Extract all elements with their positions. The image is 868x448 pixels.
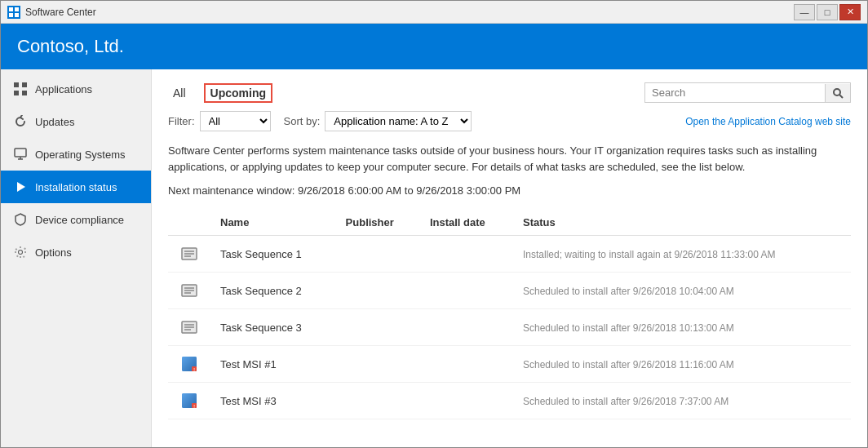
search-icon	[832, 87, 844, 99]
table-row: ! Test MSI #1 Scheduled to install after…	[168, 346, 851, 383]
sidebar-updates-label: Updates	[35, 116, 74, 128]
sort-label: Sort by:	[284, 115, 321, 127]
sidebar-applications-label: Applications	[35, 83, 92, 95]
row-install-date-cell	[420, 383, 513, 419]
maximize-button[interactable]: □	[817, 4, 838, 20]
task-icon	[178, 242, 201, 265]
table-row: Task Sequence 2 Scheduled to install aft…	[168, 273, 851, 309]
row-publisher-cell	[336, 383, 420, 419]
svg-rect-8	[15, 149, 26, 157]
svg-rect-5	[22, 82, 27, 87]
row-status-cell: Scheduled to install after 9/26/2018 10:…	[513, 309, 851, 346]
row-install-date-cell	[420, 273, 513, 309]
sidebar-item-device-compliance[interactable]: Device compliance	[1, 203, 151, 236]
col-name-header: Name	[210, 210, 336, 236]
app-icon	[7, 6, 20, 19]
row-publisher-cell	[336, 346, 420, 383]
header: Contoso, Ltd.	[1, 24, 867, 69]
title-bar: Software Center — □ ✕	[1, 1, 867, 24]
task-icon	[178, 279, 201, 302]
filter-row: Filter: All Required Optional Sort by: A…	[168, 111, 851, 131]
maintenance-window-text: Next maintenance window: 9/26/2018 6:00:…	[168, 184, 851, 197]
svg-rect-4	[14, 82, 19, 87]
row-publisher-cell	[336, 309, 420, 346]
grid-icon	[12, 81, 29, 97]
row-status-cell: Scheduled to install after 9/26/2018 11:…	[513, 346, 851, 383]
tab-all[interactable]: All	[168, 83, 191, 103]
main-content: All Upcoming Filter: All	[152, 69, 867, 447]
shield-icon	[12, 211, 29, 228]
filter-controls: Filter: All Required Optional Sort by: A…	[168, 111, 472, 131]
row-icon-cell: !	[168, 346, 210, 383]
row-icon-cell	[168, 236, 210, 273]
svg-rect-7	[22, 91, 27, 95]
task-table: Name Publisher Install date Status Task …	[168, 210, 851, 419]
info-text: Software Center performs system maintena…	[168, 143, 837, 175]
sidebar-item-operating-systems[interactable]: Operating Systems	[1, 138, 151, 171]
minimize-button[interactable]: —	[794, 4, 815, 20]
sidebar-os-label: Operating Systems	[35, 149, 126, 161]
task-icon	[178, 316, 201, 339]
search-box	[644, 82, 851, 103]
row-status-cell: Scheduled to install after 9/26/2018 10:…	[513, 273, 851, 309]
row-publisher-cell	[336, 273, 420, 309]
sort-group: Sort by: Application name: A to Z Applic…	[284, 111, 472, 131]
svg-rect-6	[14, 91, 19, 95]
svg-rect-1	[15, 7, 19, 11]
row-install-date-cell	[420, 309, 513, 346]
col-install-date-header: Install date	[420, 210, 513, 236]
col-publisher-header: Publisher	[336, 210, 420, 236]
monitor-icon	[12, 146, 29, 162]
play-icon	[12, 179, 29, 195]
tab-upcoming[interactable]: Upcoming	[204, 83, 272, 103]
sidebar-item-installation-status[interactable]: Installation status	[1, 171, 151, 203]
msi-icon: !	[178, 353, 201, 375]
svg-rect-0	[9, 7, 13, 11]
sidebar-installation-label: Installation status	[35, 181, 117, 193]
filter-select[interactable]: All Required Optional	[200, 111, 271, 131]
row-name-cell: Test MSI #1	[210, 346, 336, 383]
table-row: Task Sequence 1 Installed; waiting to in…	[168, 236, 851, 273]
catalog-link[interactable]: Open the Application Catalog web site	[685, 116, 851, 127]
row-name-cell: Task Sequence 3	[210, 309, 336, 346]
company-title: Contoso, Ltd.	[17, 36, 124, 57]
gear-icon	[12, 244, 29, 260]
window-controls: — □ ✕	[794, 4, 861, 20]
sidebar-item-options[interactable]: Options	[1, 236, 151, 268]
sidebar-item-updates[interactable]: Updates	[1, 105, 151, 138]
search-button[interactable]	[825, 84, 850, 102]
row-status-cell: Scheduled to install after 9/26/2018 7:3…	[513, 383, 851, 419]
svg-rect-2	[9, 13, 13, 17]
row-icon-cell	[168, 273, 210, 309]
software-center-window: Software Center — □ ✕ Contoso, Ltd. Appl…	[0, 0, 868, 448]
row-name-cell: Task Sequence 2	[210, 273, 336, 309]
col-icon-header	[168, 210, 210, 236]
sidebar: Applications Updates Operating Systems I…	[1, 69, 152, 447]
close-button[interactable]: ✕	[839, 4, 861, 20]
filter-group: Filter: All Required Optional	[168, 111, 271, 131]
row-icon-cell	[168, 309, 210, 346]
svg-rect-3	[15, 13, 19, 17]
body: Applications Updates Operating Systems I…	[1, 69, 867, 447]
window-title: Software Center	[25, 7, 794, 18]
table-row: Task Sequence 3 Scheduled to install aft…	[168, 309, 851, 346]
row-icon-cell: !	[168, 383, 210, 419]
sidebar-options-label: Options	[35, 246, 72, 259]
row-install-date-cell	[420, 346, 513, 383]
row-name-cell: Test MSI #3	[210, 383, 336, 419]
row-status-cell: Installed; waiting to install again at 9…	[513, 236, 851, 273]
col-status-header: Status	[513, 210, 851, 236]
search-input[interactable]	[645, 83, 825, 102]
refresh-icon	[12, 113, 29, 130]
svg-marker-11	[17, 182, 25, 192]
svg-line-13	[839, 95, 843, 98]
tab-group: All Upcoming	[168, 83, 272, 103]
row-install-date-cell	[420, 236, 513, 273]
sidebar-compliance-label: Device compliance	[35, 214, 124, 226]
sidebar-item-applications[interactable]: Applications	[1, 73, 151, 105]
sort-select[interactable]: Application name: A to Z Application nam…	[325, 111, 472, 131]
table-row: ! Test MSI #3 Scheduled to install after…	[168, 383, 851, 419]
row-publisher-cell	[336, 236, 420, 273]
table-header-row: Name Publisher Install date Status	[168, 210, 851, 236]
svg-point-12	[834, 89, 840, 95]
